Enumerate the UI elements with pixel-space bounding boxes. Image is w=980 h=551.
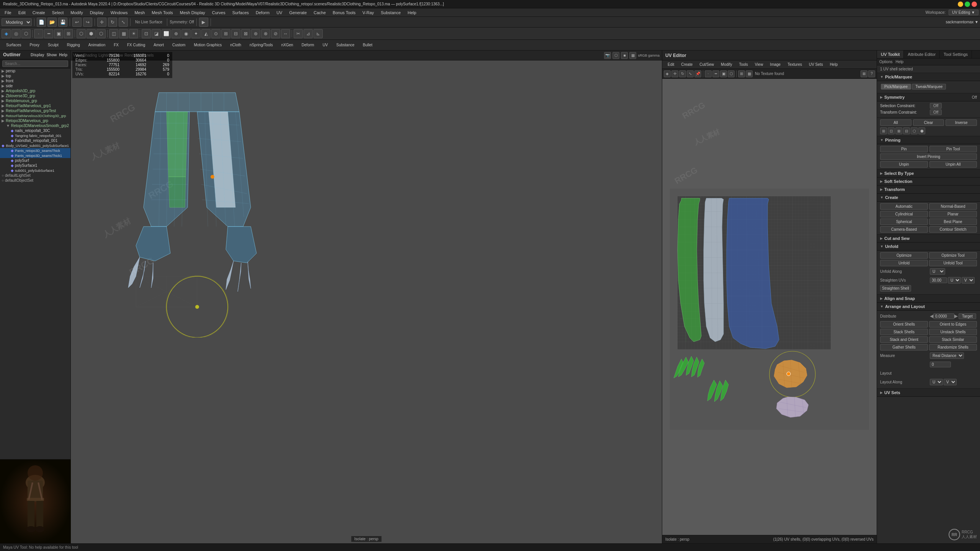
outliner-item[interactable]: ▶ front (0, 78, 70, 83)
orient-to-edges-button[interactable]: Orient to Edges (929, 321, 977, 328)
uv-help-menu[interactable]: Help (827, 62, 841, 67)
uv-edge-mode-icon[interactable]: ━ (712, 70, 719, 77)
pick-marquee-section-header[interactable]: ▼ Pick/Marquee (877, 73, 980, 81)
save-file-icon[interactable]: 💾 (58, 18, 67, 27)
grid-btn-4[interactable]: ⊟ (903, 127, 910, 134)
uv-mode-icon[interactable]: ⊞ (64, 29, 73, 38)
outliner-item[interactable]: ▶ top (0, 73, 70, 78)
uv-scale-icon[interactable]: ⤡ (687, 70, 694, 77)
menu-file[interactable]: File (2, 10, 15, 16)
weld-icon[interactable]: ⊛ (251, 29, 260, 38)
circularize-icon[interactable]: ⊙ (211, 29, 220, 38)
rigging-menu[interactable]: Rigging (64, 42, 83, 48)
layout-along-v-dropdown[interactable]: V U (944, 379, 957, 385)
uv-shell-mode-icon[interactable]: ⬡ (728, 70, 735, 77)
redo-icon[interactable]: ↪ (83, 18, 92, 27)
symmetry-section-header[interactable]: ▶ Symmetry Off (877, 93, 980, 101)
measure-value-input[interactable] (930, 362, 951, 367)
unstack-shells-button[interactable]: Unstack Shells (929, 329, 977, 335)
straighten-shell-button[interactable]: Straighten Shell (880, 285, 911, 292)
uv-grid-icon[interactable]: ⊞ (738, 70, 745, 77)
light-icon[interactable]: ☀ (129, 29, 138, 38)
maximize-button[interactable] (965, 2, 970, 7)
grid-btn-5[interactable]: ⬡ (911, 127, 918, 134)
spherical-button[interactable]: Spherical (880, 218, 928, 225)
nhair-menu[interactable]: nSpring/Tools (247, 42, 276, 48)
unfold-section-header[interactable]: ▼ Unfold (877, 243, 980, 251)
extrude-icon[interactable]: ⊡ (142, 29, 151, 38)
fx-menu[interactable]: FX (111, 42, 122, 48)
vertex-mode-icon[interactable]: · (34, 29, 43, 38)
distribute-left-btn[interactable]: ◀ (930, 313, 933, 319)
undo-icon[interactable]: ↩ (72, 18, 82, 27)
automatic-button[interactable]: Automatic (880, 203, 928, 210)
uv-menu[interactable]: UV (320, 42, 331, 48)
outliner-item[interactable]: ▶ Zbloverse3D_grp (0, 93, 70, 98)
uv-select-icon[interactable]: ◈ (664, 70, 671, 77)
custom-menu[interactable]: Custom (169, 42, 188, 48)
menu-curves[interactable]: Curves (209, 10, 229, 16)
tab-tool-settings[interactable]: Tool Settings (940, 51, 972, 58)
outliner-item[interactable]: ▼ Retopo3DMarvelousSmooth_grp2 (0, 123, 70, 128)
viewport-area[interactable]: View Shading Lighting Show Renderer Pane… (71, 51, 662, 543)
ncloth-menu[interactable]: nCloth (227, 42, 244, 48)
menu-mesh-tools[interactable]: Mesh Tools (149, 10, 176, 16)
menu-windows[interactable]: Windows (108, 10, 131, 16)
camera-icon[interactable]: 📷 (604, 52, 611, 59)
unpin-all-button[interactable]: Unpin All (929, 161, 977, 168)
stack-orient-button[interactable]: Stack and Orient (880, 336, 928, 343)
menu-modify[interactable]: Modify (67, 10, 86, 16)
uv-help-icon[interactable]: ? (868, 70, 875, 77)
outliner-help-menu[interactable]: Help (59, 53, 67, 57)
scale-icon[interactable]: ⤡ (119, 18, 128, 27)
menu-select[interactable]: Select (49, 10, 67, 16)
planar-button[interactable]: Planar (929, 211, 977, 217)
normal-based-button[interactable]: Normal-Based (929, 203, 977, 210)
outliner-item-selected[interactable]: ◆ Pants_retopo3D_seamsThick1 (0, 153, 70, 158)
surfaces-menu[interactable]: Surfaces (3, 42, 24, 48)
uv-tools-menu[interactable]: Tools (736, 62, 751, 67)
outliner-item[interactable]: ◆ Fabridfalt_retopofalt_001 (0, 138, 70, 143)
menu-bonus-tools[interactable]: Bonus Tools (330, 10, 359, 16)
animation-menu[interactable]: Animation (85, 42, 108, 48)
tab-uv-toolkit[interactable]: UV Toolkit (877, 51, 904, 58)
transform-header[interactable]: ▶ Transform (877, 186, 980, 194)
menu-surfaces[interactable]: Surfaces (229, 10, 252, 16)
pin-button[interactable]: Pin (880, 146, 928, 152)
outliner-item[interactable]: ▶ RetourFlatMarvelous_grp1 (0, 103, 70, 108)
soft-selection-header[interactable]: ▶ Soft Selection (877, 178, 980, 186)
uv-textures-menu[interactable]: Textures (784, 62, 805, 67)
slide-edge-icon[interactable]: ⊿ (304, 29, 313, 38)
options-label[interactable]: Options (879, 60, 892, 64)
target-weld-icon[interactable]: ⊗ (261, 29, 270, 38)
straighten-value-input[interactable] (930, 277, 947, 283)
tab-attribute-editor[interactable]: Attribute Editor (904, 51, 940, 58)
layout-along-u-dropdown[interactable]: U V (930, 379, 943, 385)
menu-cache[interactable]: Cache (310, 10, 329, 16)
wireframe-btn[interactable]: ⬡ (612, 52, 619, 59)
smooth-icon[interactable]: ⬡ (77, 29, 86, 38)
pinning-section-header[interactable]: ▼ Pinning (877, 136, 980, 144)
uv-face-mode-icon[interactable]: ▣ (720, 70, 727, 77)
mode-dropdown[interactable]: Modeling (2, 18, 32, 26)
uv-area[interactable]: RRCG 人人素材 RRCG 人人素材 RRCG (662, 79, 877, 543)
all-button[interactable]: All (880, 119, 911, 126)
menu-mesh-display[interactable]: Mesh Display (177, 10, 208, 16)
uv-cutsew-menu[interactable]: Cut/Sew (696, 62, 717, 67)
uv-vertex-mode-icon[interactable]: · (705, 70, 712, 77)
menu-vray[interactable]: V-Ray (359, 10, 377, 16)
poke-icon[interactable]: ✦ (191, 29, 201, 38)
texture-btn[interactable]: ▦ (629, 52, 636, 59)
cut-sew-header[interactable]: ▶ Cut and Sew (877, 235, 980, 243)
uv-zoom-fit-icon[interactable]: ⊠ (861, 70, 867, 77)
sculpt-menu[interactable]: Sculpt (45, 42, 62, 48)
outliner-item[interactable]: ◆ polySurf (0, 158, 70, 163)
grid-btn-2[interactable]: ⊡ (888, 127, 895, 134)
wire-icon[interactable]: ⬡ (96, 29, 106, 38)
edge-mode-icon[interactable]: ━ (44, 29, 53, 38)
contour-stretch-button[interactable]: Contour Stretch (929, 226, 977, 233)
uv-view-menu[interactable]: View (752, 62, 766, 67)
uv-checker-icon[interactable]: ▦ (746, 70, 753, 77)
outliner-show-menu[interactable]: Show (47, 53, 57, 57)
randomize-shells-button[interactable]: Randomize Shells (929, 344, 977, 350)
